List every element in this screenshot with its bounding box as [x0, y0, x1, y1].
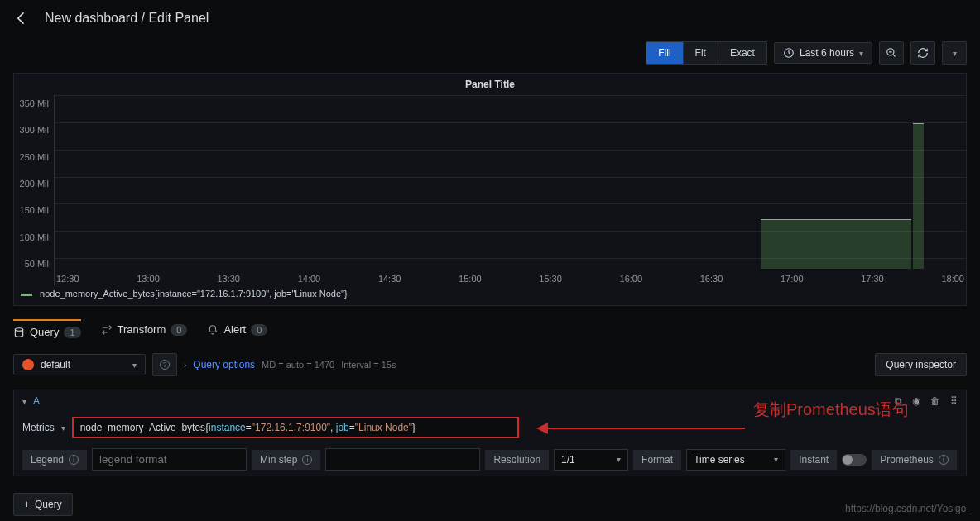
watermark: https://blog.csdn.net/Yosigo_ — [845, 503, 972, 514]
svg-point-2 — [15, 327, 22, 331]
metrics-label: Metrics — [22, 422, 55, 433]
query-count-badge: 1 — [64, 327, 80, 338]
page-title: New dashboard / Edit Panel — [45, 11, 209, 26]
chart-legend[interactable]: node_memory_Active_bytes{instance="172.1… — [14, 285, 966, 305]
query-id: A — [33, 395, 40, 407]
datasource-help-button[interactable]: ? — [152, 353, 177, 376]
format-select[interactable]: Time series▾ — [686, 449, 785, 471]
tab-alert[interactable]: Alert 0 — [207, 321, 267, 343]
annotation-arrow-head — [536, 423, 548, 434]
collapse-icon[interactable]: ▾ — [22, 397, 26, 406]
plot-area: 12:3013:00 13:3014:00 14:3015:00 15:3016… — [54, 95, 966, 285]
drag-handle-icon[interactable]: ⠿ — [950, 395, 958, 407]
view-mode-group: Fill Fit Exact — [646, 41, 767, 65]
minstep-label: Min stepi — [252, 450, 320, 470]
legend-label: Legendi — [22, 450, 87, 470]
chart[interactable]: 350 Mil 300 Mil 250 Mil 200 Mil 150 Mil … — [14, 95, 966, 285]
exact-button[interactable]: Exact — [718, 42, 766, 64]
prometheus-logo-icon — [22, 359, 34, 370]
y-axis: 350 Mil 300 Mil 250 Mil 200 Mil 150 Mil … — [14, 95, 54, 285]
instant-toggle[interactable] — [842, 454, 867, 466]
x-axis: 12:3013:00 13:3014:00 14:3015:00 15:3016… — [55, 274, 966, 284]
instant-label: Instant — [790, 450, 837, 470]
alert-count-badge: 0 — [251, 324, 267, 336]
resolution-select[interactable]: 1/1▾ — [554, 449, 628, 471]
legend-text: node_memory_Active_bytes{instance="172.1… — [40, 289, 348, 299]
datasource-select[interactable]: default ▾ — [13, 354, 146, 375]
query-meta-md: MD = auto = 1470 — [262, 360, 334, 370]
editor-tabs: Query 1 Transform 0 Alert 0 — [0, 313, 980, 347]
refresh-interval-button[interactable]: ▾ — [942, 41, 967, 65]
data-series-spike — [913, 123, 924, 269]
toggle-visibility-icon[interactable]: ◉ — [912, 395, 920, 407]
refresh-button[interactable] — [910, 41, 935, 65]
chevron-down-icon: ▾ — [859, 49, 863, 58]
chevron-down-icon: ▾ — [132, 361, 137, 370]
tab-transform[interactable]: Transform 0 — [101, 321, 188, 343]
add-query-button[interactable]: + Query — [13, 493, 73, 516]
query-options-link[interactable]: Query options — [193, 359, 255, 370]
panel: Panel Title 350 Mil 300 Mil 250 Mil 200 … — [13, 73, 967, 306]
time-range-picker[interactable]: Last 6 hours ▾ — [774, 42, 872, 64]
resolution-label: Resolution — [485, 450, 549, 470]
tab-query[interactable]: Query 1 — [13, 319, 81, 343]
fill-button[interactable]: Fill — [646, 42, 683, 64]
legend-format-input[interactable] — [92, 448, 247, 471]
panel-title: Panel Title — [14, 74, 966, 95]
delete-query-icon[interactable]: 🗑 — [930, 395, 940, 407]
chevron-down-icon[interactable]: ▾ — [61, 423, 65, 433]
format-label: Format — [633, 450, 681, 470]
prometheus-label: Prometheusi — [872, 450, 957, 470]
zoom-out-button[interactable] — [879, 41, 904, 65]
fit-button[interactable]: Fit — [684, 42, 718, 64]
annotation-arrow — [546, 428, 745, 429]
plus-icon: + — [24, 499, 30, 510]
data-series-segment — [761, 219, 911, 269]
query-inspector-button[interactable]: Query inspector — [875, 353, 967, 376]
query-expression-input[interactable]: node_memory_Active_bytes{instance="172.1… — [72, 417, 519, 438]
annotation-text: 复制Prometheus语句 — [753, 399, 909, 421]
back-arrow-icon[interactable] — [13, 10, 30, 26]
transform-count-badge: 0 — [171, 324, 187, 336]
time-range-label: Last 6 hours — [800, 47, 854, 59]
chevron-right-icon: › — [184, 361, 186, 370]
legend-color-swatch — [21, 294, 32, 296]
query-meta-interval: Interval = 15s — [341, 360, 396, 370]
minstep-input[interactable] — [325, 448, 480, 471]
